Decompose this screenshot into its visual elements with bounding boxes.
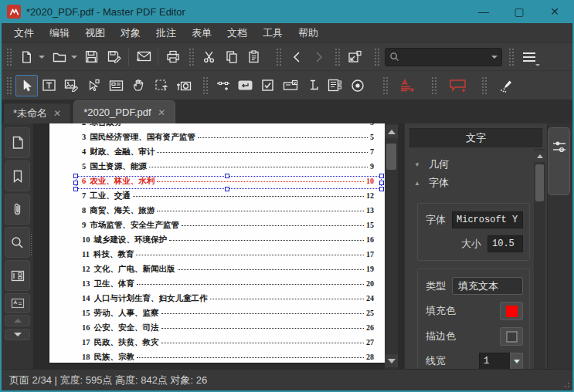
menu-item[interactable]: 文件 [6,24,42,42]
save-button[interactable] [80,46,103,68]
font-name-input[interactable] [452,211,523,228]
toolbar-grip[interactable] [508,48,514,66]
scroll-down-button[interactable] [385,354,398,367]
document-tab[interactable]: *2020_PDF.pdf ✕ [73,100,175,123]
new-document-button[interactable] [15,46,38,68]
tab-close-icon[interactable]: ✕ [157,107,166,118]
properties-panel-tab[interactable] [548,127,570,195]
edit-forms-tool-button[interactable] [105,75,127,96]
copy-button[interactable] [220,46,243,68]
checkbox-field-button[interactable] [256,75,279,96]
toc-line[interactable]: 15 劳动、人事、监察 25 [82,308,374,323]
menu-item[interactable]: 对象 [113,24,148,42]
toolbar-grip[interactable] [335,48,340,66]
menu-item[interactable]: 工具 [255,24,290,42]
toc-line[interactable]: 6 农业、林业、水利 10 [82,176,374,191]
fit-page-button[interactable] [344,46,366,68]
main-menu-button[interactable] [518,46,540,68]
type-dropdown[interactable]: 填充文本 [452,277,523,295]
form-fields-button[interactable] [5,260,30,291]
maximize-button[interactable]: ▢ [501,0,537,23]
fill-color-button[interactable] [500,302,523,320]
attachments-button[interactable] [5,194,30,225]
toc-line[interactable]: 18 民族、宗教 28 [82,352,374,363]
panel-scrollbar-thumb[interactable] [535,164,544,201]
menu-item[interactable]: 文档 [219,24,255,42]
toc-line[interactable]: 11 科技、教育 17 [82,249,374,264]
line-width-input[interactable] [479,353,510,369]
sidebar-scroll-down-button[interactable] [5,329,30,340]
sidebar-search-button[interactable] [5,227,30,258]
close-button[interactable]: ✕ [537,0,572,23]
toolbar-grip[interactable] [202,76,208,95]
window-resize-grip[interactable] [561,379,571,389]
panel-scroll-up-button[interactable] [534,150,545,162]
highlighter-tool-button[interactable] [494,75,516,96]
toc-line[interactable]: 3 国民经济管理、国有资产监管 5 [82,132,374,147]
select-text-area-tool-button[interactable] [150,75,172,96]
toolbar-grip[interactable] [374,48,379,66]
selection-handle[interactable] [73,187,78,191]
toolbar-grip[interactable] [382,76,388,95]
screenshot-tool-button[interactable] [172,75,195,96]
section-geometry[interactable]: ▼ 几何 [414,155,530,174]
menu-item[interactable]: 视图 [77,24,113,42]
scrollbar-thumb[interactable] [386,144,396,170]
open-file-button[interactable] [48,46,70,68]
toc-line[interactable]: 8 商贸、海关、旅游 13 [82,205,374,220]
toc-line[interactable]: 14 人口与计划生育、妇女儿童工作 24 [82,293,374,308]
search-dropdown-icon[interactable] [491,56,498,59]
stroke-color-button[interactable] [500,327,523,346]
selection-handle[interactable] [73,174,78,178]
toolbar-grip[interactable] [6,76,12,95]
pdf-page[interactable]: 2 综合政务 3 3 国民经济管理、国有资产监管 5 [49,123,388,363]
select-tool-button[interactable] [15,75,38,96]
search-box[interactable] [385,48,502,66]
document-viewport[interactable]: 2 综合政务 3 3 国民经济管理、国有资产监管 5 [34,123,404,369]
search-input[interactable] [399,52,491,63]
tab-close-icon[interactable]: ✕ [53,108,62,119]
menu-item[interactable]: 批注 [148,24,184,42]
selection-handle[interactable] [379,174,384,178]
section-font[interactable]: ▲ 字体 [414,174,530,192]
callout-tool-button[interactable] [447,75,469,96]
toolbar-grip[interactable] [481,76,487,95]
document-scrollbar[interactable] [385,123,398,369]
toolbar-grip[interactable] [276,48,281,66]
measure-tool-button[interactable] [212,75,234,96]
line-width-spinner-button[interactable] [510,353,523,369]
menu-item[interactable]: 帮助 [290,24,326,42]
selection-handle[interactable] [73,181,78,185]
toc-line[interactable]: 7 工业、交通 12 [82,191,374,205]
cut-button[interactable] [198,46,220,68]
edit-image-tool-button[interactable] [60,75,83,96]
print-button[interactable] [161,46,184,68]
edit-path-tool-button[interactable] [83,75,105,96]
panel-scrollbar[interactable] [534,149,545,369]
menu-item[interactable]: 表单 [184,24,219,42]
text-field-button[interactable] [301,75,324,96]
toc-line[interactable]: 10 城乡建设、环境保护 16 [82,235,374,249]
document-tab[interactable]: *未命名 ✕ [3,103,71,123]
toc-line[interactable]: 9 市场监管、安全生产监管 15 [82,220,374,235]
sidebar-scroll-up-button[interactable] [5,315,30,326]
combobox-field-button[interactable] [279,75,301,96]
toc-line[interactable]: 13 卫生、体育 20 [82,279,374,293]
toc-line[interactable]: 12 文化、广电、新闻出版 19 [82,264,374,279]
open-file-dropdown-icon[interactable] [71,56,77,59]
scroll-up-button[interactable] [385,125,398,138]
toc-line[interactable]: 2 综合政务 3 [82,123,374,132]
toc-line[interactable]: 17 民政、扶贫、救灾 27 [82,337,374,352]
new-document-dropdown-icon[interactable] [39,56,45,59]
font-size-input[interactable] [487,235,523,252]
menu-item[interactable]: 编辑 [42,24,77,42]
save-as-button[interactable] [103,46,125,68]
selection-handle[interactable] [379,187,384,191]
selection-handle[interactable] [379,181,384,185]
toolbar-grip[interactable] [431,76,436,95]
listbox-field-button[interactable] [324,75,346,96]
toc-line[interactable]: 4 财政、金融、审计 7 [82,147,374,161]
selection-handle[interactable] [225,174,229,178]
forward-button[interactable] [307,46,330,68]
toc-line[interactable]: 16 公安、安全、司法 26 [82,323,374,337]
